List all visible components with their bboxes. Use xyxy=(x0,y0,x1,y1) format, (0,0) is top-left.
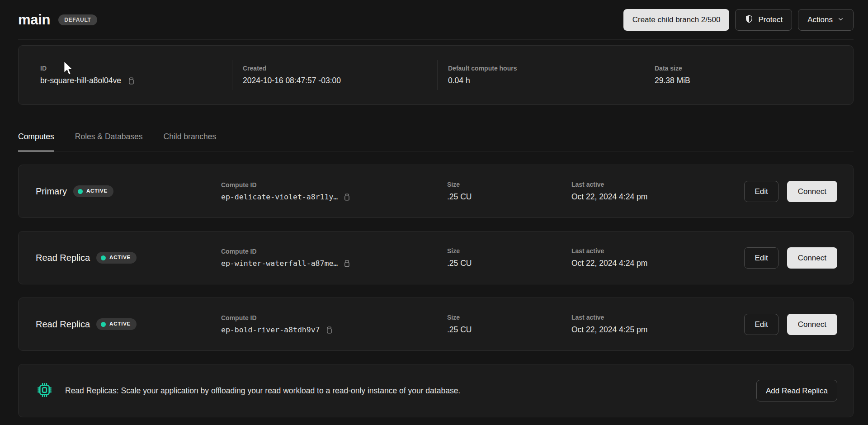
compute-id-cell: Compute ID ep-winter-waterfall-a87me… xyxy=(221,248,447,268)
compute-id-value: ep-delicate-violet-a8r11y… xyxy=(221,193,338,201)
copy-branch-id-icon[interactable] xyxy=(127,76,136,85)
add-read-replica-button[interactable]: Add Read Replica xyxy=(756,380,837,401)
data-size-label: Data size xyxy=(655,65,853,72)
compute-row-primary: Primary ACTIVE Compute ID ep-delicate-vi… xyxy=(18,165,854,218)
branch-title: main xyxy=(18,12,50,28)
size-value: .25 CU xyxy=(447,325,571,335)
connect-button[interactable]: Connect xyxy=(787,314,837,335)
edit-button[interactable]: Edit xyxy=(744,247,778,269)
create-child-branch-button[interactable]: Create child branch 2/500 xyxy=(623,9,730,31)
compute-id-cell: Compute ID ep-delicate-violet-a8r11y… xyxy=(221,181,447,202)
size-cell: Size .25 CU xyxy=(447,314,571,335)
compute-row-read-replica-1: Read Replica ACTIVE Compute ID ep-winter… xyxy=(18,231,854,284)
status-badge: ACTIVE xyxy=(96,252,137,264)
last-active-value: Oct 22, 2024 4:25 pm xyxy=(571,325,744,335)
size-label: Size xyxy=(447,247,571,255)
last-active-value: Oct 22, 2024 4:24 pm xyxy=(571,192,744,202)
cpu-chip-icon xyxy=(37,382,52,400)
connect-button[interactable]: Connect xyxy=(787,247,837,269)
compute-id-label: Compute ID xyxy=(221,181,447,189)
read-replica-banner: Read Replicas: Scale your application by… xyxy=(18,364,854,417)
compute-name: Primary xyxy=(36,186,67,197)
copy-compute-id-icon[interactable] xyxy=(342,259,351,268)
info-field-id: ID br-square-hill-a8ol04ve xyxy=(40,60,232,90)
protect-label: Protect xyxy=(758,16,783,24)
edit-button[interactable]: Edit xyxy=(744,314,778,335)
active-dot-icon xyxy=(101,255,106,260)
row-buttons: Edit Connect xyxy=(744,314,837,335)
size-cell: Size .25 CU xyxy=(447,247,571,268)
actions-label: Actions xyxy=(807,16,833,24)
compute-name: Read Replica xyxy=(36,253,90,263)
active-dot-icon xyxy=(101,322,106,327)
connect-button[interactable]: Connect xyxy=(787,181,837,202)
compute-title: Read Replica ACTIVE xyxy=(36,318,221,330)
protect-button[interactable]: Protect xyxy=(735,9,792,31)
edit-button[interactable]: Edit xyxy=(744,181,778,202)
status-label: ACTIVE xyxy=(109,321,131,327)
tab-roles-databases[interactable]: Roles & Databases xyxy=(75,132,143,151)
info-field-created: Created 2024-10-16 08:47:57 -03:00 xyxy=(232,60,437,90)
compute-name: Read Replica xyxy=(36,319,90,330)
tab-computes[interactable]: Computes xyxy=(18,132,54,151)
size-label: Size xyxy=(447,181,571,188)
default-badge: DEFAULT xyxy=(58,14,97,25)
last-active-cell: Last active Oct 22, 2024 4:24 pm xyxy=(571,247,744,268)
compute-id-value: ep-bold-river-a8tdh9v7 xyxy=(221,326,320,334)
size-value: .25 CU xyxy=(447,192,571,202)
compute-id-label: Compute ID xyxy=(221,314,447,321)
last-active-value: Oct 22, 2024 4:24 pm xyxy=(571,259,744,268)
copy-compute-id-icon[interactable] xyxy=(342,193,351,202)
copy-compute-id-icon[interactable] xyxy=(325,326,334,335)
last-active-label: Last active xyxy=(571,314,744,321)
row-buttons: Edit Connect xyxy=(744,181,837,202)
last-active-cell: Last active Oct 22, 2024 4:25 pm xyxy=(571,314,744,335)
tab-child-branches[interactable]: Child branches xyxy=(164,132,217,151)
shield-icon xyxy=(745,14,754,25)
header-actions: Create child branch 2/500 Protect Action… xyxy=(623,9,854,31)
info-field-data-size: Data size 29.38 MiB xyxy=(644,60,853,90)
compute-title: Read Replica ACTIVE xyxy=(36,252,221,264)
status-label: ACTIVE xyxy=(109,255,131,260)
branch-info-card: ID br-square-hill-a8ol04ve Created 2024-… xyxy=(18,45,854,105)
page-header: main DEFAULT Create child branch 2/500 P… xyxy=(18,0,854,40)
created-value: 2024-10-16 08:47:57 -03:00 xyxy=(243,76,437,85)
compute-id-label: Compute ID xyxy=(221,248,447,255)
last-active-cell: Last active Oct 22, 2024 4:24 pm xyxy=(571,181,744,202)
compute-hours-label: Default compute hours xyxy=(448,65,644,72)
compute-title: Primary ACTIVE xyxy=(36,185,221,197)
last-active-label: Last active xyxy=(571,181,744,188)
compute-hours-value: 0.04 h xyxy=(448,76,644,85)
compute-row-read-replica-2: Read Replica ACTIVE Compute ID ep-bold-r… xyxy=(18,298,854,351)
created-label: Created xyxy=(243,65,437,72)
id-label: ID xyxy=(40,65,232,72)
actions-button[interactable]: Actions xyxy=(798,9,854,31)
status-label: ACTIVE xyxy=(86,189,108,194)
compute-id-value: ep-winter-waterfall-a87me… xyxy=(221,259,338,268)
size-cell: Size .25 CU xyxy=(447,181,571,202)
last-active-label: Last active xyxy=(571,247,744,255)
size-value: .25 CU xyxy=(447,259,571,268)
status-badge: ACTIVE xyxy=(73,185,113,197)
branch-id-value: br-square-hill-a8ol04ve xyxy=(40,76,121,85)
banner-text: Read Replicas: Scale your application by… xyxy=(65,386,460,396)
chevron-down-icon xyxy=(837,16,844,24)
status-badge: ACTIVE xyxy=(96,318,137,330)
active-dot-icon xyxy=(78,189,83,194)
size-label: Size xyxy=(447,314,571,321)
data-size-value: 29.38 MiB xyxy=(655,76,853,85)
compute-id-cell: Compute ID ep-bold-river-a8tdh9v7 xyxy=(221,314,447,335)
info-field-compute-hours: Default compute hours 0.04 h xyxy=(437,60,644,90)
row-buttons: Edit Connect xyxy=(744,247,837,269)
branch-tabs: Computes Roles & Databases Child branche… xyxy=(18,132,854,151)
branch-page: main DEFAULT Create child branch 2/500 P… xyxy=(0,0,868,417)
